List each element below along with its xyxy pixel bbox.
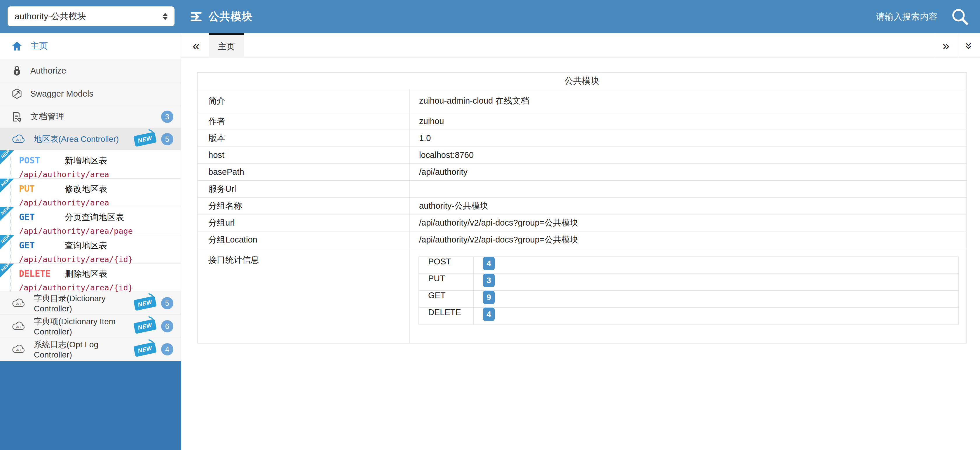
- sidebar-controller-area[interactable]: API 地区表(Area Controller) NEW 5: [0, 129, 181, 150]
- select-spinner-icon: [163, 13, 167, 20]
- lock-icon: [11, 65, 23, 76]
- new-tag-icon: NEW: [134, 342, 157, 357]
- count-badge: 5: [161, 133, 173, 145]
- search-icon[interactable]: [950, 7, 969, 26]
- method-label: DELETE: [19, 269, 52, 279]
- row-value: authority-公共模块: [410, 197, 967, 215]
- stat-count-badge: 3: [483, 274, 495, 287]
- home-icon: [11, 40, 23, 52]
- row-value: /api/authority/v2/api-docs?group=公共模块: [410, 215, 967, 231]
- sidebar-controller-dictionary[interactable]: API 字典目录(Dictionary Controller) NEW 5: [0, 292, 181, 315]
- method-label: GET: [19, 240, 52, 250]
- sidebar-item-label: 主页: [30, 40, 48, 52]
- new-ribbon-icon: NEW: [0, 179, 14, 192]
- controller-name: 系统日志(Opt Log Controller): [34, 339, 127, 359]
- stat-count-badge: 4: [483, 257, 495, 270]
- main-panel: « 主页 » » 公共模块 简介 zuihou-admin-cloud 在线文档…: [181, 33, 980, 450]
- stats-cell: POST 4 PUT 3 GET 9 DELETE 4: [410, 248, 967, 343]
- api-cloud-icon: API: [11, 344, 26, 355]
- group-select-value: authority-公共模块: [14, 11, 163, 22]
- sidebar-controller-dictionary-item[interactable]: API 字典项(Dictionary Item Controller) NEW …: [0, 315, 181, 338]
- count-badge: 3: [161, 111, 173, 123]
- endpoint-put-area[interactable]: NEW PUT 修改地区表 /api/authority/area: [0, 179, 181, 207]
- endpoint-get-area-id[interactable]: NEW GET 查询地区表 /api/authority/area/{id}: [0, 235, 181, 264]
- new-tag-icon: NEW: [134, 296, 157, 311]
- row-value: [410, 181, 967, 197]
- endpoint-path: /api/authority/area/{id}: [19, 255, 181, 264]
- endpoint-get-area-page[interactable]: NEW GET 分页查询地区表 /api/authority/area/page: [0, 207, 181, 235]
- collapse-all-icon[interactable]: »: [958, 33, 980, 58]
- row-value: /api/authority: [410, 164, 967, 181]
- endpoint-list: NEW POST 新增地区表 /api/authority/area NEW P…: [0, 150, 181, 292]
- svg-text:API: API: [16, 302, 21, 305]
- stat-method: POST: [419, 257, 474, 274]
- row-label: 分组url: [197, 215, 410, 231]
- sidebar-item-label: Swagger Models: [30, 89, 93, 99]
- sidebar-item-home[interactable]: 主页: [0, 33, 181, 59]
- row-label: 接口统计信息: [197, 248, 410, 343]
- endpoint-path: /api/authority/area/{id}: [19, 283, 181, 292]
- new-tag-icon: NEW: [134, 319, 157, 334]
- row-value: 1.0: [410, 130, 967, 147]
- row-label: 服务Url: [197, 181, 410, 197]
- tab-home[interactable]: 主页: [209, 33, 244, 58]
- stat-method: PUT: [419, 274, 474, 291]
- endpoint-path: /api/authority/area: [19, 170, 181, 179]
- count-badge: 4: [161, 343, 173, 355]
- api-icon-label: API: [16, 138, 21, 142]
- endpoint-path: /api/authority/area/page: [19, 226, 181, 235]
- endpoint-post-area[interactable]: NEW POST 新增地区表 /api/authority/area: [0, 150, 181, 179]
- row-label: 分组名称: [197, 197, 410, 215]
- search-area: [841, 0, 969, 33]
- tab-scroll-right-icon[interactable]: »: [934, 33, 958, 58]
- api-cloud-icon: API: [11, 321, 26, 332]
- table-title: 公共模块: [197, 73, 967, 89]
- row-value: localhost:8760: [410, 147, 967, 164]
- row-label: 作者: [197, 113, 410, 130]
- row-value: zuihou: [410, 113, 967, 130]
- new-ribbon-icon: NEW: [0, 235, 14, 249]
- row-value: zuihou-admin-cloud 在线文档: [410, 89, 967, 113]
- sidebar-item-label: Authorize: [30, 66, 66, 76]
- stat-count-badge: 9: [483, 291, 495, 304]
- api-cloud-icon: API: [11, 134, 26, 145]
- sidebar-item-doc-manage[interactable]: 文档管理 3: [0, 105, 181, 129]
- stat-method: DELETE: [419, 308, 474, 324]
- controller-name: 字典项(Dictionary Item Controller): [34, 316, 127, 337]
- hexagon-model-icon: [11, 88, 23, 100]
- new-ribbon-icon: NEW: [0, 207, 14, 221]
- stat-count-badge: 4: [483, 308, 495, 321]
- sidebar-controller-opt-log[interactable]: API 系统日志(Opt Log Controller) NEW 4: [0, 338, 181, 361]
- stat-method: GET: [419, 291, 474, 308]
- method-label: PUT: [19, 184, 52, 194]
- tab-bar: « 主页 » »: [181, 33, 980, 58]
- count-badge: 5: [161, 297, 173, 309]
- sidebar-item-authorize[interactable]: Authorize: [0, 59, 181, 82]
- sidebar-footer: [0, 361, 181, 450]
- page-title: 公共模块: [208, 10, 253, 24]
- document-gear-icon: [11, 111, 23, 122]
- group-select[interactable]: authority-公共模块: [8, 6, 175, 26]
- method-label: GET: [19, 212, 52, 222]
- endpoint-delete-area-id[interactable]: NEW DELETE 删除地区表 /api/authority/area/{id…: [0, 264, 181, 292]
- endpoint-title: 分页查询地区表: [65, 211, 124, 223]
- search-input[interactable]: [841, 12, 937, 22]
- endpoint-title: 查询地区表: [65, 240, 107, 251]
- sidebar-item-swagger-models[interactable]: Swagger Models: [0, 82, 181, 105]
- row-label: 简介: [197, 89, 410, 113]
- row-label: basePath: [197, 164, 410, 181]
- app-title-wrap: 公共模块: [189, 0, 253, 33]
- endpoint-title: 新增地区表: [65, 155, 107, 167]
- controller-name: 字典目录(Dictionary Controller): [34, 293, 127, 313]
- row-label: 版本: [197, 130, 410, 147]
- new-ribbon-icon: NEW: [0, 150, 14, 164]
- endpoint-title: 删除地区表: [65, 268, 107, 280]
- svg-text:API: API: [16, 348, 21, 351]
- row-value: /api/authority/v2/api-docs?group=公共模块: [410, 231, 967, 248]
- sidebar: 主页 Authorize Swagger Models 文档管理: [0, 33, 181, 450]
- tab-scroll-left-icon[interactable]: «: [186, 33, 206, 58]
- row-label: host: [197, 147, 410, 164]
- endpoint-path: /api/authority/area: [19, 198, 181, 207]
- svg-text:API: API: [16, 325, 21, 329]
- module-info-table: 公共模块 简介 zuihou-admin-cloud 在线文档 作者 zuiho…: [197, 72, 967, 343]
